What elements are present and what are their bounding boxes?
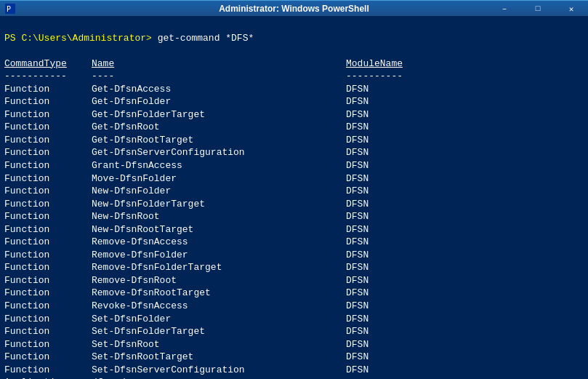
table-row: FunctionGet-DfsnAccessDFSN <box>4 83 584 96</box>
window-controls: – □ ✕ <box>488 1 588 17</box>
table-row: FunctionSet-DfsnFolderDFSN <box>4 313 584 326</box>
table-row: FunctionRemove-DfsnAccessDFSN <box>4 236 584 249</box>
table-row: FunctionSet-DfsnRootDFSN <box>4 338 584 351</box>
minimize-button[interactable]: – <box>488 1 521 17</box>
terminal-window[interactable]: PS C:\Users\Administrator> get-command *… <box>0 16 588 379</box>
table-row: FunctionRemove-DfsnRootTargetDFSN <box>4 287 584 300</box>
table-row: FunctionGet-DfsnRootTargetDFSN <box>4 134 584 147</box>
table-row: FunctionNew-DfsnRootDFSN <box>4 210 584 223</box>
svg-text:P: P <box>7 5 11 13</box>
title-bar: P Administrator: Windows PowerShell – □ … <box>0 0 588 16</box>
table-row: FunctionNew-DfsnFolderTargetDFSN <box>4 198 584 211</box>
close-button[interactable]: ✕ <box>555 1 588 17</box>
table-header: CommandTypeNameModuleName <box>4 57 584 71</box>
window-icon: P <box>4 3 16 15</box>
table-row: FunctionGet-DfsnFolderTargetDFSN <box>4 108 584 121</box>
table-row: Applicationdfscmd.exe <box>4 376 584 379</box>
maximize-button[interactable]: □ <box>521 1 555 17</box>
table-row: FunctionSet-DfsnServerConfigurationDFSN <box>4 364 584 377</box>
table-row: FunctionNew-DfsnFolderDFSN <box>4 185 584 198</box>
table-row: FunctionSet-DfsnRootTargetDFSN <box>4 351 584 364</box>
table-row: FunctionRemove-DfsnRootDFSN <box>4 274 584 287</box>
table-row: FunctionGrant-DfsnAccessDFSN <box>4 159 584 172</box>
table-row: FunctionNew-DfsnRootTargetDFSN <box>4 223 584 236</box>
table-separator: ------------------------- <box>4 70 584 83</box>
prompt-line: PS C:\Users\Administrator> get-command *… <box>4 32 584 45</box>
table-row: FunctionGet-DfsnRootDFSN <box>4 121 584 134</box>
table-row: FunctionSet-DfsnFolderTargetDFSN <box>4 325 584 338</box>
table-row: FunctionRemove-DfsnFolderTargetDFSN <box>4 261 584 274</box>
table-row: FunctionMove-DfsnFolderDFSN <box>4 172 584 185</box>
table-row: FunctionRevoke-DfsnAccessDFSN <box>4 300 584 313</box>
table-row: FunctionGet-DfsnServerConfigurationDFSN <box>4 146 584 159</box>
table-row: FunctionGet-DfsnFolderDFSN <box>4 95 584 108</box>
table-row: FunctionRemove-DfsnFolderDFSN <box>4 249 584 262</box>
window-title: Administrator: Windows PowerShell <box>219 4 369 14</box>
